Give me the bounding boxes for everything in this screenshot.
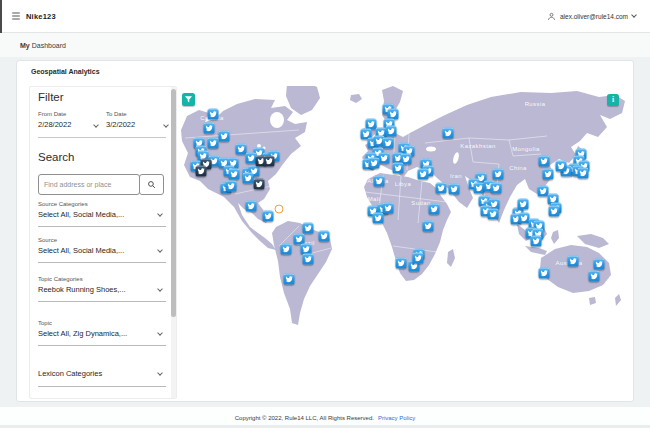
lexicon-categories-value: Lexicon Categories xyxy=(38,369,164,378)
map-marker[interactable] xyxy=(284,274,295,285)
map-marker[interactable] xyxy=(539,268,550,279)
map-marker[interactable] xyxy=(229,169,240,180)
from-date-select[interactable]: From Date 2/28/2022 xyxy=(38,111,104,129)
twitter-icon xyxy=(414,254,422,262)
map-marker[interactable] xyxy=(594,259,605,270)
map-marker[interactable] xyxy=(549,206,560,217)
map-marker[interactable] xyxy=(208,138,219,149)
twitter-icon xyxy=(540,157,548,165)
divider xyxy=(38,262,166,263)
scrollbar-thumb[interactable] xyxy=(171,89,176,317)
twitter-icon xyxy=(397,259,405,267)
map-marker[interactable] xyxy=(303,254,314,265)
divider xyxy=(38,137,166,138)
map-marker[interactable] xyxy=(531,236,542,247)
map-marker[interactable] xyxy=(254,179,265,190)
map-marker[interactable] xyxy=(488,209,499,220)
page-title: Geospatial Analytics xyxy=(31,68,100,75)
map-marker[interactable] xyxy=(319,231,330,242)
twitter-icon xyxy=(265,157,273,165)
topic-categories-select[interactable]: Topic Categories Reebok Running Shoes,..… xyxy=(38,276,164,294)
map-marker[interactable] xyxy=(589,271,600,282)
map-marker[interactable] xyxy=(246,201,257,212)
map-marker[interactable] xyxy=(493,169,504,180)
twitter-icon xyxy=(295,235,303,243)
twitter-icon xyxy=(450,185,458,193)
source-categories-select[interactable]: Source Categories Select All, Social Med… xyxy=(38,201,164,219)
twitter-icon xyxy=(244,174,252,182)
map-marker[interactable] xyxy=(568,256,579,267)
map-marker[interactable] xyxy=(518,199,529,210)
map-marker[interactable] xyxy=(243,173,254,184)
map-marker[interactable] xyxy=(219,131,230,142)
map-marker[interactable] xyxy=(373,213,384,224)
divider xyxy=(38,386,166,387)
map-marker[interactable] xyxy=(396,258,407,269)
map-marker[interactable] xyxy=(418,169,429,180)
divider xyxy=(38,301,166,302)
map-marker[interactable] xyxy=(226,181,237,192)
map-marker[interactable] xyxy=(383,203,394,214)
twitter-icon xyxy=(519,200,527,208)
map-marker[interactable] xyxy=(413,253,424,264)
breadcrumb-dashboard: Dashboard xyxy=(32,42,66,49)
twitter-icon xyxy=(520,214,528,222)
map-marker[interactable] xyxy=(369,158,380,169)
map-marker[interactable] xyxy=(556,161,567,172)
map-marker[interactable] xyxy=(443,128,454,139)
map-marker[interactable] xyxy=(196,166,207,177)
map-marker[interactable] xyxy=(383,138,394,149)
map-marker[interactable] xyxy=(204,123,215,134)
map-marker[interactable] xyxy=(281,244,292,255)
twitter-icon xyxy=(430,205,438,213)
twitter-icon xyxy=(437,184,445,192)
menu-icon[interactable] xyxy=(12,12,20,20)
map-marker[interactable] xyxy=(449,184,460,195)
twitter-icon xyxy=(282,245,290,253)
twitter-icon xyxy=(205,124,213,132)
geospatial-analytics-card: Geospatial Analytics Filter From Date 2/… xyxy=(16,60,634,402)
search-button[interactable] xyxy=(139,174,164,195)
user-menu[interactable]: alex.oliver@rule14.com xyxy=(547,12,636,21)
map-info-button[interactable]: i xyxy=(607,94,619,106)
map-filter-button[interactable] xyxy=(182,93,195,106)
map-marker[interactable] xyxy=(303,223,314,234)
brand-name[interactable]: Nike123 xyxy=(26,12,56,21)
map-marker[interactable] xyxy=(264,156,275,167)
map-marker[interactable] xyxy=(539,156,550,167)
twitter-icon xyxy=(539,187,547,195)
map-marker[interactable] xyxy=(263,211,274,222)
filter-panel: Filter From Date 2/28/2022 To Date 3/2/2… xyxy=(29,86,177,399)
twitter-icon xyxy=(302,245,310,253)
to-date-select[interactable]: To Date 3/2/2022 xyxy=(106,111,168,129)
map[interactable]: CanadaRussiaKazakhstanMongoliaChinaIranA… xyxy=(179,86,626,399)
twitter-icon xyxy=(475,184,483,192)
map-marker[interactable] xyxy=(436,183,447,194)
search-input[interactable] xyxy=(38,174,140,195)
twitter-icon xyxy=(402,155,410,163)
map-marker[interactable] xyxy=(543,169,554,180)
source-select[interactable]: Source Select All, Social Media,... xyxy=(38,237,164,255)
lexicon-categories-select[interactable]: Lexicon Categories xyxy=(38,369,164,378)
filter-panel-scrollbar[interactable] xyxy=(171,87,176,398)
map-marker[interactable] xyxy=(379,153,390,164)
to-date-label: To Date xyxy=(106,111,168,117)
map-marker[interactable] xyxy=(386,126,397,137)
breadcrumb: My Dashboard xyxy=(20,42,66,49)
map-marker[interactable] xyxy=(429,204,440,215)
map-marker[interactable] xyxy=(578,168,589,179)
map-marker[interactable] xyxy=(393,163,404,174)
twitter-icon xyxy=(579,169,587,177)
from-date-label: From Date xyxy=(38,111,104,117)
map-marker[interactable] xyxy=(423,221,434,232)
search-heading: Search xyxy=(38,151,74,163)
topic-select[interactable]: Topic Select All, Zig Dynamica,... xyxy=(38,320,164,338)
twitter-icon xyxy=(387,127,395,135)
map-marker[interactable] xyxy=(208,109,219,120)
world-map xyxy=(179,86,626,399)
map-marker[interactable] xyxy=(491,183,502,194)
map-marker[interactable] xyxy=(374,176,385,187)
twitter-icon xyxy=(209,110,217,118)
privacy-policy-link[interactable]: Privacy Policy xyxy=(378,415,415,421)
divider xyxy=(38,226,166,227)
